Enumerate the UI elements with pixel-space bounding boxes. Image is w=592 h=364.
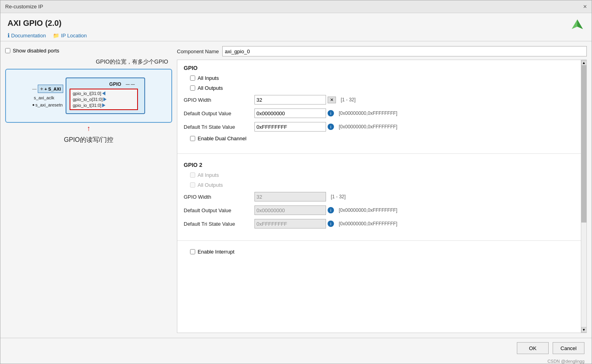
all-inputs-row: All Inputs: [184, 75, 580, 81]
s-axi-wire: — + + S_AXI: [32, 85, 63, 93]
main-content: Show disabled ports GPIO的位宽，有多少个GPIO ↙ —: [0, 41, 592, 338]
show-disabled-ports-checkbox[interactable]: [5, 48, 10, 53]
default-output-info-icon[interactable]: i: [328, 110, 334, 116]
all-outputs-row: All Outputs: [184, 85, 580, 91]
gpio-width-input-wrap: ✕: [254, 95, 336, 105]
default-tri-label: Default Tri State Value: [184, 124, 251, 130]
gpio2-section: GPIO 2 All Inputs All Outputs GPIO Width: [177, 157, 586, 237]
window-title: Re-customize IP: [5, 4, 43, 10]
interrupt-section: Enable Interrupt: [177, 244, 586, 263]
default-tri-input[interactable]: [254, 122, 326, 132]
section-divider-2: [177, 240, 586, 241]
gpio-ports-box: gpio_io_i[31:0] gpio_io_o[31:0] gpio_io_…: [70, 89, 138, 110]
default-output-wrap: i: [254, 108, 334, 118]
enable-interrupt-row: Enable Interrupt: [184, 249, 580, 255]
default-tri-row: Default Tri State Value i [0x00000000,0x…: [184, 122, 580, 132]
cancel-button[interactable]: Cancel: [553, 342, 584, 354]
section-divider: [177, 153, 586, 154]
scrollbar[interactable]: ▲ ▼: [581, 60, 586, 333]
gpio2-default-output-range: [0x00000000,0xFFFFFFFF]: [339, 207, 397, 213]
footer: OK Cancel: [0, 338, 592, 358]
default-output-row: Default Output Value i [0x00000000,0xFFF…: [184, 108, 580, 118]
default-tri-info-icon[interactable]: i: [328, 124, 334, 130]
gpio2-all-inputs-label: All Inputs: [198, 172, 219, 178]
title-bar: Re-customize IP ×: [0, 0, 592, 13]
left-wires: — + + S_AXI s_axi_aclk ● s_axi_aresetn: [32, 85, 63, 107]
component-name-input[interactable]: [222, 46, 587, 56]
config-panel[interactable]: GPIO All Inputs All Outputs GPIO Width: [177, 60, 587, 333]
gpio-width-range: [1 - 32]: [341, 97, 355, 103]
close-button[interactable]: ×: [583, 4, 587, 10]
rw-arrow: ↑: [5, 124, 172, 133]
enable-interrupt-checkbox[interactable]: [190, 249, 195, 254]
s-axi-aclk-label: s_axi_aclk: [34, 95, 63, 100]
vivado-logo-icon: [570, 18, 584, 32]
port-row-0: gpio_io_i[31:0]: [73, 91, 135, 96]
show-disabled-ports-label: Show disabled ports: [13, 48, 59, 54]
all-outputs-label: All Outputs: [198, 85, 223, 91]
gpio2-default-output-info-icon[interactable]: i: [328, 207, 334, 213]
s-axi-aresetn-row: ● s_axi_aresetn: [32, 103, 63, 107]
all-inputs-label: All Inputs: [198, 75, 219, 81]
gpio2-section-title: GPIO 2: [184, 162, 580, 168]
gpio-width-input[interactable]: [254, 95, 326, 105]
gpio2-default-output-input[interactable]: [254, 205, 326, 215]
port-arrow-left-0: [102, 91, 105, 95]
gpio-width-row: GPIO Width ✕ [1 - 32]: [184, 95, 580, 105]
left-panel: Show disabled ports GPIO的位宽，有多少个GPIO ↙ —: [5, 46, 172, 333]
default-tri-wrap: i: [254, 122, 334, 132]
block-diagram-container: GPIO的位宽，有多少个GPIO ↙ — + + S_AXI: [5, 62, 172, 144]
gpio-rw-annotation: GPIO的读写/门控: [5, 136, 172, 144]
doc-icon: ℹ: [8, 32, 10, 39]
folder-icon: 📁: [53, 33, 59, 39]
ip-location-link[interactable]: 📁 IP Location: [53, 33, 87, 39]
port-row-1: gpio_io_o[31:0]: [73, 97, 135, 102]
gpio2-width-input[interactable]: [254, 192, 326, 201]
enable-dual-label: Enable Dual Channel: [198, 136, 247, 141]
gpio2-default-tri-wrap: i: [254, 219, 334, 228]
scroll-thumb[interactable]: [581, 66, 586, 223]
ok-button[interactable]: OK: [517, 342, 549, 354]
ip-block: GPIO — — gpio_io_i[31:0] gpio_io_o[31:0]: [66, 77, 145, 114]
all-inputs-checkbox[interactable]: [190, 76, 195, 81]
default-tri-range: [0x00000000,0xFFFFFFFF]: [339, 124, 397, 130]
gpio-section: GPIO All Inputs All Outputs GPIO Width: [177, 60, 586, 150]
block-diagram: — + + S_AXI s_axi_aclk ● s_axi_aresetn: [5, 69, 172, 123]
gpio2-default-tri-input[interactable]: [254, 219, 326, 228]
enable-dual-checkbox[interactable]: [190, 136, 195, 141]
gpio-width-annotation: GPIO的位宽，有多少个GPIO: [96, 58, 168, 66]
gpio2-all-outputs-row: All Outputs: [184, 182, 580, 188]
header: AXI GPIO (2.0) ℹ Documentation 📁 IP Loca…: [0, 13, 592, 41]
gpio2-default-tri-range: [0x00000000,0xFFFFFFFF]: [339, 221, 397, 227]
port-arrow-right-2: [102, 103, 105, 107]
vivado-logo: [570, 18, 584, 32]
header-links: ℹ Documentation 📁 IP Location: [8, 32, 584, 39]
gpio2-width-wrap: [254, 192, 326, 201]
gpio2-default-tri-row: Default Tri State Value i [0x00000000,0x…: [184, 219, 580, 228]
default-output-range: [0x00000000,0xFFFFFFFF]: [339, 110, 397, 116]
default-output-input[interactable]: [254, 108, 326, 118]
port-arrow-right-1: [103, 97, 107, 101]
enable-dual-row: Enable Dual Channel: [184, 136, 580, 141]
gpio2-default-output-row: Default Output Value i [0x00000000,0xFFF…: [184, 205, 580, 215]
all-outputs-checkbox[interactable]: [190, 85, 195, 91]
documentation-link[interactable]: ℹ Documentation: [8, 32, 46, 39]
scroll-down-btn[interactable]: ▼: [581, 327, 587, 333]
gpio2-default-tri-info-icon[interactable]: i: [328, 221, 334, 227]
gpio2-default-tri-label: Default Tri State Value: [184, 221, 251, 227]
scroll-up-btn[interactable]: ▲: [581, 60, 587, 66]
gpio2-all-inputs-checkbox[interactable]: [190, 172, 195, 178]
gpio2-all-inputs-row: All Inputs: [184, 172, 580, 178]
page-title: AXI GPIO (2.0): [8, 19, 62, 28]
gpio-section-title: GPIO: [184, 65, 580, 71]
enable-interrupt-label: Enable Interrupt: [198, 249, 235, 255]
gpio2-all-outputs-checkbox[interactable]: [190, 182, 195, 188]
gpio2-width-label: GPIO Width: [184, 194, 251, 200]
gpio-width-clear-btn[interactable]: ✕: [328, 97, 336, 103]
gpio-width-label: GPIO Width: [184, 97, 251, 103]
component-name-row: Component Name: [177, 46, 587, 56]
block-title: GPIO — —: [70, 81, 138, 87]
port-row-2: gpio_io_t[31:0]: [73, 103, 135, 108]
svg-marker-1: [577, 19, 583, 29]
gpio2-default-output-wrap: i: [254, 205, 334, 215]
